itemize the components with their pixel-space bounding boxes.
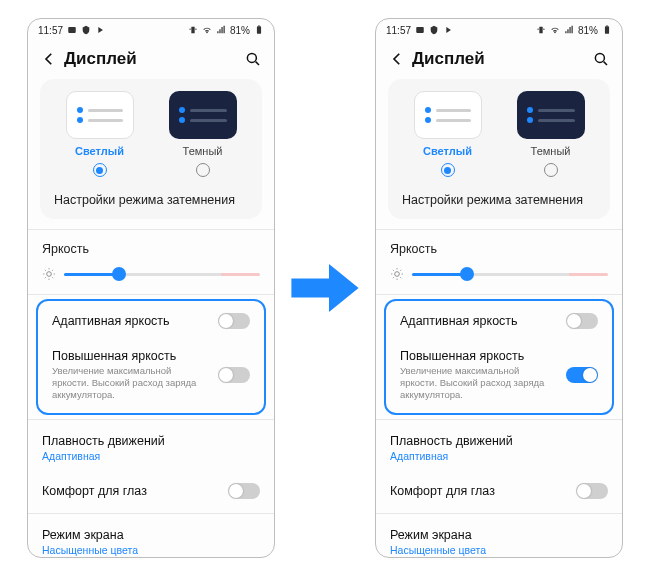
radio-dark[interactable] <box>544 163 558 177</box>
extra-brightness-subtitle: Увеличение максимальной яркости. Высокий… <box>52 365 210 401</box>
theme-label-dark: Темный <box>183 145 223 157</box>
brightness-label: Яркость <box>376 234 622 264</box>
battery-text: 81% <box>230 25 250 36</box>
row-adaptive-brightness[interactable]: Адаптивная яркость <box>386 303 612 339</box>
highlight-box: Адаптивная яркость Повышенная яркость Ув… <box>36 299 266 415</box>
battery-icon <box>254 25 264 35</box>
battery-icon <box>602 25 612 35</box>
theme-label-light: Светлый <box>75 145 124 157</box>
vibrate-icon <box>188 25 198 35</box>
motion-smoothness-value: Адаптивная <box>390 450 600 463</box>
back-button[interactable] <box>40 50 58 68</box>
toggle-eye-comfort[interactable] <box>228 483 260 499</box>
status-time: 11:57 <box>386 25 411 36</box>
row-eye-comfort[interactable]: Комфорт для глаз <box>376 473 622 509</box>
eye-comfort-title: Комфорт для глаз <box>42 484 220 498</box>
theme-tile-light <box>66 91 134 139</box>
screen-mode-value: Насыщенные цвета <box>42 544 252 557</box>
svg-point-4 <box>47 272 52 277</box>
theme-tile-light <box>414 91 482 139</box>
svg-point-9 <box>395 272 400 277</box>
message-icon <box>67 25 77 35</box>
sun-icon <box>390 267 404 281</box>
theme-option-light[interactable]: Светлый <box>414 91 482 177</box>
row-screen-mode[interactable]: Режим экрана Насыщенные цвета <box>376 518 622 557</box>
row-screen-mode[interactable]: Режим экрана Насыщенные цвета <box>28 518 274 557</box>
theme-option-dark[interactable]: Темный <box>169 91 237 177</box>
theme-option-dark[interactable]: Темный <box>517 91 585 177</box>
adaptive-brightness-title: Адаптивная яркость <box>52 314 210 328</box>
status-bar: 11:57 81% <box>376 19 622 41</box>
sun-icon <box>42 267 56 281</box>
theme-label-light: Светлый <box>423 145 472 157</box>
radio-light[interactable] <box>93 163 107 177</box>
svg-rect-2 <box>258 25 260 26</box>
theme-option-light[interactable]: Светлый <box>66 91 134 177</box>
wifi-icon <box>202 25 212 35</box>
play-icon <box>443 25 453 35</box>
theme-tile-dark <box>169 91 237 139</box>
search-button[interactable] <box>244 50 262 68</box>
row-extra-brightness[interactable]: Повышенная яркость Увеличение максимальн… <box>386 339 612 411</box>
divider <box>28 513 274 514</box>
row-adaptive-brightness[interactable]: Адаптивная яркость <box>38 303 264 339</box>
dark-mode-settings-link[interactable]: Настройки режима затемнения <box>396 187 602 209</box>
brightness-slider[interactable] <box>64 264 260 284</box>
svg-point-8 <box>595 53 604 62</box>
search-button[interactable] <box>592 50 610 68</box>
extra-brightness-title: Повышенная яркость <box>400 349 558 363</box>
toggle-adaptive-brightness[interactable] <box>566 313 598 329</box>
header: Дисплей <box>28 41 274 79</box>
radio-dark[interactable] <box>196 163 210 177</box>
svg-rect-0 <box>68 27 76 33</box>
screen-mode-title: Режим экрана <box>390 528 600 542</box>
brightness-slider[interactable] <box>412 264 608 284</box>
toggle-extra-brightness[interactable] <box>566 367 598 383</box>
adaptive-brightness-title: Адаптивная яркость <box>400 314 558 328</box>
extra-brightness-subtitle: Увеличение максимальной яркости. Высокий… <box>400 365 558 401</box>
theme-picker: Светлый Темный Настройки режима затемнен… <box>388 79 610 219</box>
row-motion-smoothness[interactable]: Плавность движений Адаптивная <box>28 424 274 473</box>
theme-tile-dark <box>517 91 585 139</box>
theme-picker: Светлый Темный Настройки режима затемнен… <box>40 79 262 219</box>
divider <box>376 513 622 514</box>
svg-rect-1 <box>257 26 261 34</box>
arrow-right-icon <box>285 248 365 328</box>
vibrate-icon <box>536 25 546 35</box>
row-extra-brightness[interactable]: Повышенная яркость Увеличение максимальн… <box>38 339 264 411</box>
svg-rect-6 <box>605 26 609 34</box>
signal-icon <box>564 25 574 35</box>
signal-icon <box>216 25 226 35</box>
divider <box>28 294 274 295</box>
svg-rect-5 <box>416 27 424 33</box>
radio-light[interactable] <box>441 163 455 177</box>
extra-brightness-title: Повышенная яркость <box>52 349 210 363</box>
row-motion-smoothness[interactable]: Плавность движений Адаптивная <box>376 424 622 473</box>
motion-smoothness-title: Плавность движений <box>42 434 252 448</box>
screen-mode-value: Насыщенные цвета <box>390 544 600 557</box>
wifi-icon <box>550 25 560 35</box>
status-time: 11:57 <box>38 25 63 36</box>
toggle-eye-comfort[interactable] <box>576 483 608 499</box>
screen-mode-title: Режим экрана <box>42 528 252 542</box>
message-icon <box>415 25 425 35</box>
battery-text: 81% <box>578 25 598 36</box>
shield-icon <box>81 25 91 35</box>
dark-mode-settings-link[interactable]: Настройки режима затемнения <box>48 187 254 209</box>
header: Дисплей <box>376 41 622 79</box>
theme-label-dark: Темный <box>531 145 571 157</box>
shield-icon <box>429 25 439 35</box>
play-icon <box>95 25 105 35</box>
highlight-box: Адаптивная яркость Повышенная яркость Ув… <box>384 299 614 415</box>
back-button[interactable] <box>388 50 406 68</box>
divider <box>28 419 274 420</box>
toggle-adaptive-brightness[interactable] <box>218 313 250 329</box>
divider <box>376 419 622 420</box>
brightness-slider-row <box>28 264 274 290</box>
phone-right: 11:57 81% Дисплей <box>375 18 623 558</box>
svg-rect-7 <box>606 25 608 26</box>
toggle-extra-brightness[interactable] <box>218 367 250 383</box>
motion-smoothness-value: Адаптивная <box>42 450 252 463</box>
row-eye-comfort[interactable]: Комфорт для глаз <box>28 473 274 509</box>
phone-left: 11:57 81% Дисплей <box>27 18 275 558</box>
